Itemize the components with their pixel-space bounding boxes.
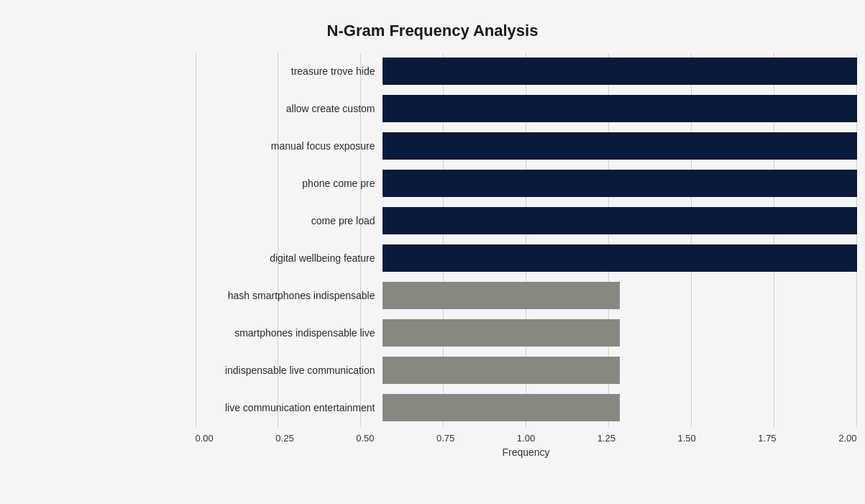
bar-fill <box>383 319 620 347</box>
bar-track <box>383 394 857 421</box>
bar-track <box>383 58 857 85</box>
bar-fill <box>383 244 857 272</box>
bar-row: manual focus exposure <box>196 128 857 164</box>
bar-fill <box>383 132 857 160</box>
bar-row: come pre load <box>196 203 857 239</box>
bar-label: treasure trove hide <box>196 65 383 77</box>
bar-fill <box>383 394 620 421</box>
axis-title: Frequency <box>196 446 857 458</box>
bar-track <box>383 207 857 234</box>
bar-fill <box>383 207 857 234</box>
bar-label: come pre load <box>196 215 383 226</box>
bar-label: live communication entertainment <box>196 402 383 413</box>
axis-tick: 1.25 <box>598 433 615 444</box>
bar-row: smartphones indispensable live <box>196 315 857 351</box>
bar-row: hash smartphones indispensable <box>196 278 857 313</box>
axis-tick: 0.50 <box>356 433 374 444</box>
bars-area: treasure trove hideallow create customma… <box>196 53 857 426</box>
axis-tick: 0.75 <box>436 433 454 444</box>
axis-tick: 1.00 <box>517 433 535 444</box>
chart-title: N-Gram Frequency Analysis <box>9 22 857 40</box>
bar-fill <box>383 357 620 384</box>
bar-fill <box>383 58 857 85</box>
bar-label: hash smartphones indispensable <box>196 290 383 301</box>
bar-track <box>383 95 857 122</box>
bar-row: treasure trove hide <box>196 53 857 89</box>
axis-tick: 0.25 <box>275 433 293 444</box>
bar-track <box>383 244 857 272</box>
bar-row: allow create custom <box>196 91 857 127</box>
axis-tick: 1.75 <box>758 433 776 444</box>
bar-fill <box>383 282 620 309</box>
bar-track <box>383 319 857 347</box>
bar-label: indispensable live communication <box>196 365 383 376</box>
axis-tick: 2.00 <box>838 433 856 444</box>
bar-track <box>383 170 857 197</box>
bar-label: smartphones indispensable live <box>196 327 383 339</box>
bar-track <box>383 282 857 309</box>
bar-row: digital wellbeing feature <box>196 240 857 276</box>
bar-track <box>383 132 857 160</box>
bar-label: phone come pre <box>196 178 383 189</box>
axis-area: 0.000.250.500.751.001.251.501.752.00 <box>9 430 857 444</box>
bar-row: indispensable live communication <box>196 352 857 388</box>
bar-fill <box>383 170 857 197</box>
bar-row: live communication entertainment <box>196 390 857 426</box>
bar-fill <box>383 95 857 122</box>
bar-label: digital wellbeing feature <box>196 252 383 264</box>
bar-label: allow create custom <box>196 103 383 114</box>
axis-tick: 0.00 <box>196 433 214 444</box>
chart-container: N-Gram Frequency Analysis treasure trove… <box>9 14 857 465</box>
bar-track <box>383 357 857 384</box>
axis-tick: 1.50 <box>677 433 695 444</box>
axis-labels: 0.000.250.500.751.001.251.501.752.00 <box>196 430 857 444</box>
bar-label: manual focus exposure <box>196 140 383 152</box>
bar-row: phone come pre <box>196 165 857 201</box>
